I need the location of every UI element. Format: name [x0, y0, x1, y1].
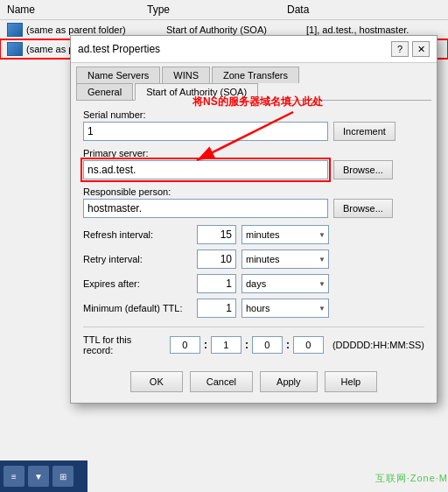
primary-server-input[interactable]	[83, 160, 328, 179]
ttl-days-input[interactable]	[170, 336, 200, 354]
modal-content: Serial number: Increment Primary server:…	[71, 101, 437, 364]
browse-responsible-button[interactable]: Browse...	[333, 199, 393, 218]
ttl-minutes-input[interactable]	[252, 336, 283, 354]
dns-row-soa-type: Start of Authority (SOA)	[166, 25, 306, 35]
primary-server-label: Primary server:	[83, 148, 424, 158]
tab-general[interactable]: General	[76, 83, 133, 100]
col-header-name: Name	[7, 4, 147, 16]
retry-input[interactable]	[197, 250, 236, 269]
retry-label: Retry interval:	[83, 254, 197, 264]
ttl-seconds-input[interactable]	[293, 336, 324, 354]
modal-controls: ? ✕	[391, 41, 430, 57]
col-header-type: Type	[147, 4, 287, 16]
minimum-unit-select[interactable]: seconds minutes hours days	[242, 299, 329, 318]
minimum-ttl-label: Minimum (default) TTL:	[83, 303, 197, 313]
properties-dialog: ad.test Properties ? ✕ Name Servers WINS…	[70, 35, 438, 404]
refresh-unit-select[interactable]: seconds minutes hours days	[242, 225, 329, 244]
taskbar-icon-2[interactable]: ▼	[28, 466, 49, 487]
tab-wins[interactable]: WINS	[162, 67, 210, 83]
tab-zone-transfers[interactable]: Zone Transfers	[212, 67, 299, 83]
dns-table-header: Name Type Data	[0, 0, 448, 20]
responsible-person-label: Responsible person:	[83, 186, 424, 197]
primary-server-row: Primary server: Browse...	[83, 148, 424, 179]
refresh-input[interactable]	[197, 225, 236, 244]
tabs-row-2: General Start of Authority (SOA)	[71, 83, 437, 100]
tabs-row-1: Name Servers WINS Zone Transfers	[71, 63, 437, 83]
dns-record-icon	[7, 23, 23, 37]
expires-input[interactable]	[197, 274, 236, 293]
responsible-person-input[interactable]	[83, 199, 328, 218]
ttl-sep-2: :	[245, 339, 248, 351]
retry-interval-row: Retry interval: seconds minutes hours da…	[83, 250, 424, 269]
ok-button[interactable]: OK	[130, 371, 183, 392]
watermark: 互联网·Zone·M	[375, 472, 448, 485]
serial-number-row: Serial number: Increment	[83, 109, 424, 141]
expires-unit-select[interactable]: seconds minutes hours days	[242, 274, 329, 293]
ttl-section: TTL for this record: : : : (DDDDD:HH:MM:…	[83, 327, 424, 355]
primary-server-input-row: Browse...	[83, 160, 424, 179]
col-header-data: Data	[287, 4, 441, 16]
taskbar-icon-1[interactable]: ≡	[4, 466, 24, 487]
ttl-hours-input[interactable]	[211, 336, 242, 354]
ttl-row: TTL for this record: : : : (DDDDD:HH:MM:…	[83, 334, 424, 355]
minimum-ttl-input[interactable]	[197, 299, 236, 318]
serial-number-input-row: Increment	[83, 122, 424, 141]
tab-name-servers[interactable]: Name Servers	[76, 67, 160, 83]
ttl-sep-1: :	[204, 339, 207, 351]
expires-unit-wrapper: seconds minutes hours days	[242, 274, 329, 293]
taskbar-icon-3[interactable]: ⊞	[52, 466, 74, 487]
help-button[interactable]: ?	[391, 41, 409, 57]
watermark-text: 互联网·Zone·M	[375, 473, 448, 483]
help-dialog-button[interactable]: Help	[325, 371, 378, 392]
browse-primary-button[interactable]: Browse...	[333, 160, 393, 179]
minimum-unit-wrapper: seconds minutes hours days	[242, 299, 329, 318]
retry-unit-wrapper: seconds minutes hours days	[242, 250, 329, 269]
dns-row-soa-name: (same as parent folder)	[26, 25, 166, 35]
serial-number-label: Serial number:	[83, 109, 424, 120]
expires-label: Expires after:	[83, 278, 197, 289]
close-button[interactable]: ✕	[412, 41, 430, 57]
dialog-buttons: OK Cancel Apply Help	[71, 364, 437, 403]
dns-row-soa-data: [1], ad.test., hostmaster.	[306, 25, 441, 35]
ttl-label: TTL for this record:	[83, 334, 163, 355]
taskbar: ≡ ▼ ⊞	[0, 460, 88, 492]
modal-title: ad.test Properties	[78, 43, 160, 55]
serial-number-input[interactable]	[83, 122, 328, 141]
retry-unit-select[interactable]: seconds minutes hours days	[242, 250, 329, 269]
refresh-unit-wrapper: seconds minutes hours days	[242, 225, 329, 244]
refresh-label: Refresh interval:	[83, 229, 197, 240]
dns-ns-record-icon	[7, 42, 23, 56]
cancel-button[interactable]: Cancel	[190, 371, 253, 392]
apply-button[interactable]: Apply	[260, 371, 318, 392]
increment-button[interactable]: Increment	[333, 122, 396, 141]
ttl-format: (DDDDD:HH:MM:SS)	[332, 340, 424, 350]
modal-titlebar: ad.test Properties ? ✕	[71, 36, 437, 63]
expires-after-row: Expires after: seconds minutes hours day…	[83, 274, 424, 293]
tab-soa[interactable]: Start of Authority (SOA)	[135, 83, 258, 101]
refresh-interval-row: Refresh interval: seconds minutes hours …	[83, 225, 424, 244]
ttl-sep-3: :	[286, 339, 290, 351]
responsible-person-row: Responsible person: Browse...	[83, 186, 424, 218]
responsible-person-input-row: Browse...	[83, 199, 424, 218]
minimum-ttl-row: Minimum (default) TTL: seconds minutes h…	[83, 299, 424, 318]
